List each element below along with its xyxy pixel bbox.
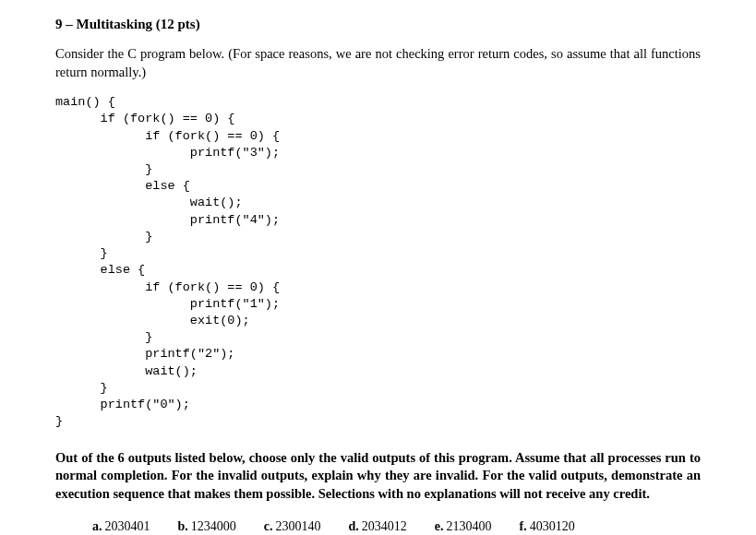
option-value: 2034012 [362, 519, 407, 533]
option-a: a.2030401 [92, 519, 150, 534]
option-value: 4030120 [530, 519, 575, 533]
option-label: c. [264, 519, 273, 533]
option-label: b. [178, 519, 188, 533]
option-d: d.2034012 [349, 519, 407, 534]
option-b: b.1234000 [178, 519, 236, 534]
code-block: main() { if (fork() == 0) { if (fork() =… [55, 94, 701, 430]
question-prompt: Out of the 6 outputs listed below, choos… [55, 449, 701, 504]
question-intro: Consider the C program below. (For space… [55, 45, 701, 81]
option-value: 2130400 [447, 519, 492, 533]
option-label: f. [520, 519, 527, 533]
option-label: e. [435, 519, 444, 533]
option-label: d. [349, 519, 359, 533]
question-title: 9 – Multitasking (12 pts) [55, 17, 701, 32]
document-page: 9 – Multitasking (12 pts) Consider the C… [0, 0, 756, 535]
option-label: a. [92, 519, 102, 533]
option-value: 2030401 [105, 519, 150, 533]
option-value: 2300140 [276, 519, 321, 533]
option-c: c.2300140 [264, 519, 321, 534]
option-e: e.2130400 [435, 519, 492, 534]
option-value: 1234000 [191, 519, 236, 533]
answer-options: a.2030401 b.1234000 c.2300140 d.2034012 … [55, 519, 701, 534]
option-f: f.4030120 [520, 519, 575, 534]
